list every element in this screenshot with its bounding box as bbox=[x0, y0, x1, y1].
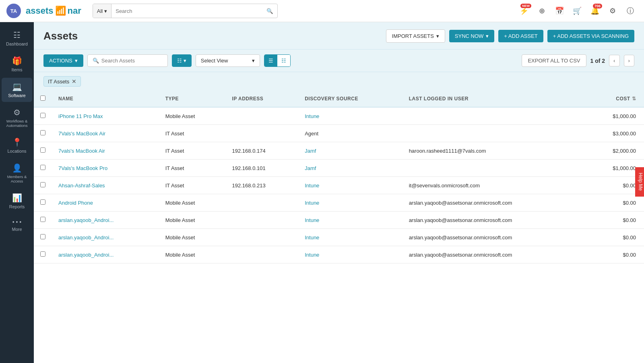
sidebar-item-reports[interactable]: 📊 Reports bbox=[2, 189, 32, 213]
chevron-down-icon: ▾ bbox=[75, 58, 78, 64]
calendar-button[interactable]: 📅 bbox=[552, 4, 567, 18]
row-checkbox[interactable] bbox=[40, 199, 45, 205]
row-checkbox-cell bbox=[34, 107, 52, 125]
sidebar-label-software: Software bbox=[8, 93, 25, 98]
sync-now-button[interactable]: SYNC NOW ▾ bbox=[449, 30, 495, 42]
sidebar-item-items[interactable]: 🎁 Items bbox=[2, 52, 32, 76]
row-checkbox[interactable] bbox=[40, 182, 45, 187]
row-checkbox[interactable] bbox=[40, 234, 45, 239]
filter-button[interactable]: ☷ ▾ bbox=[172, 54, 192, 67]
asset-discovery-cell: Intune bbox=[298, 229, 402, 246]
topnav: TA assets 📶 nar All ▾ 🔍 ⚡ NEW ⊕ 📅 🛒 🔔 70… bbox=[0, 0, 644, 22]
next-page-button[interactable]: › bbox=[624, 55, 634, 66]
prev-page-button[interactable]: ‹ bbox=[609, 55, 619, 66]
asset-ip-cell bbox=[226, 194, 299, 212]
sidebar-item-workflows[interactable]: ⚙ Workflows & Automations bbox=[2, 104, 32, 132]
logo-icon: 📶 bbox=[55, 6, 66, 16]
asset-name-link[interactable]: 7Vals's MacBook Pro bbox=[58, 165, 107, 171]
help-button[interactable]: ⓘ bbox=[623, 4, 638, 18]
sidebar-item-members[interactable]: 👤 Members & Access bbox=[2, 159, 32, 187]
discovery-source-link[interactable]: Agent bbox=[305, 131, 318, 137]
help-me-tab[interactable]: Help Me bbox=[636, 167, 644, 196]
discovery-source-link[interactable]: Jamf bbox=[305, 148, 316, 154]
bell-button[interactable]: 🔔 706 bbox=[588, 4, 602, 18]
row-checkbox[interactable] bbox=[40, 251, 45, 257]
asset-name-link[interactable]: arslan.yaqoob_Androi... bbox=[58, 217, 114, 223]
asset-cost-cell: $2,000.00 bbox=[585, 142, 644, 160]
discovery-source-link[interactable]: Intune bbox=[305, 183, 319, 189]
grid-view-button[interactable]: ☷ bbox=[277, 55, 290, 66]
cart-button[interactable]: 🛒 bbox=[570, 4, 584, 18]
avatar[interactable]: TA bbox=[6, 4, 21, 18]
items-icon: 🎁 bbox=[12, 56, 22, 66]
asset-name-cell: Ahsan-Ashraf-Sales bbox=[52, 177, 159, 194]
assets-table-container: NAME TYPE IP ADDRESS DISCOVERY SOURCE LA… bbox=[34, 91, 644, 363]
settings-button[interactable]: ⚙ bbox=[605, 4, 620, 18]
sidebar-label-dashboard: Dashboard bbox=[6, 41, 28, 46]
asset-name-link[interactable]: arslan.yaqoob_Androi... bbox=[58, 252, 114, 258]
reports-icon: 📊 bbox=[12, 193, 22, 203]
row-checkbox[interactable] bbox=[40, 130, 45, 135]
header-action-buttons: IMPORT ASSETS ▾ SYNC NOW ▾ + ADD ASSET +… bbox=[386, 29, 634, 43]
main-layout: ☷ Dashboard 🎁 Items 💻 Software ⚙ Workflo… bbox=[0, 22, 644, 363]
asset-name-link[interactable]: Android Phone bbox=[58, 200, 93, 206]
asset-name-link[interactable]: 7vals's MacBook Air bbox=[58, 148, 105, 154]
toolbar-right: EXPORT ALL TO CSV 1 of 2 ‹ › bbox=[522, 54, 634, 67]
discovery-source-link[interactable]: Intune bbox=[305, 252, 319, 258]
asset-name-cell: iPhone 11 Pro Max bbox=[52, 107, 159, 125]
add-circle-button[interactable]: ⊕ bbox=[535, 4, 549, 18]
filter-icon: ☷ bbox=[177, 58, 182, 64]
workflows-icon: ⚙ bbox=[13, 108, 21, 117]
remove-filter-tag-button[interactable]: ✕ bbox=[72, 78, 76, 85]
global-search-button[interactable]: 🔍 bbox=[262, 8, 277, 14]
asset-type-cell: Mobile Asset bbox=[159, 246, 226, 263]
dashboard-icon: ☷ bbox=[13, 30, 21, 40]
asset-name-link[interactable]: 7Vals's MacBook Air bbox=[58, 131, 105, 137]
row-checkbox[interactable] bbox=[40, 147, 45, 153]
assets-table-body: iPhone 11 Pro Max Mobile Asset Intune $1… bbox=[34, 107, 644, 263]
row-checkbox[interactable] bbox=[40, 217, 45, 222]
asset-name-link[interactable]: Ahsan-Ashraf-Sales bbox=[58, 183, 105, 189]
row-checkbox[interactable] bbox=[40, 165, 45, 170]
lightning-button[interactable]: ⚡ NEW bbox=[517, 4, 531, 18]
sidebar-item-software[interactable]: 💻 Software bbox=[2, 78, 32, 102]
row-checkbox-cell bbox=[34, 125, 52, 142]
search-assets-box: 🔍 bbox=[87, 54, 168, 67]
sidebar-item-dashboard[interactable]: ☷ Dashboard bbox=[2, 26, 32, 50]
row-checkbox-cell bbox=[34, 229, 52, 246]
pagination-info: 1 of 2 bbox=[590, 58, 605, 64]
discovery-source-link[interactable]: Intune bbox=[305, 217, 319, 223]
table-row: 7Vals's MacBook Pro IT Asset 192.168.0.1… bbox=[34, 160, 644, 177]
add-assets-via-scanning-button[interactable]: + ADD ASSETS VIA SCANNING bbox=[547, 30, 634, 42]
row-checkbox[interactable] bbox=[40, 113, 45, 118]
import-assets-button[interactable]: IMPORT ASSETS ▾ bbox=[386, 29, 445, 43]
sidebar-item-locations[interactable]: 📍 Locations bbox=[2, 133, 32, 158]
select-all-header bbox=[34, 91, 52, 107]
sidebar-label-more: More bbox=[12, 227, 22, 232]
add-asset-button[interactable]: + ADD ASSET bbox=[498, 30, 543, 42]
search-assets-input[interactable] bbox=[101, 58, 169, 64]
list-view-button[interactable]: ☰ bbox=[264, 55, 277, 66]
discovery-source-link[interactable]: Jamf bbox=[305, 165, 316, 171]
select-view-dropdown[interactable]: Select View ▾ bbox=[196, 54, 260, 67]
page-title: Assets bbox=[43, 30, 78, 42]
table-row: arslan.yaqoob_Androi... Mobile Asset Int… bbox=[34, 212, 644, 229]
col-header-cost: COST ⇅ bbox=[585, 91, 644, 107]
table-row: 7vals's MacBook Air IT Asset 192.168.0.1… bbox=[34, 142, 644, 160]
discovery-source-link[interactable]: Intune bbox=[305, 113, 319, 119]
search-type-dropdown[interactable]: All ▾ bbox=[93, 4, 111, 18]
export-csv-button[interactable]: EXPORT ALL TO CSV bbox=[522, 54, 586, 67]
global-search-input[interactable] bbox=[111, 4, 262, 18]
asset-ip-cell bbox=[226, 107, 299, 125]
asset-user-cell: arslan.yaqoob@assetsonar.onmicrosoft.com bbox=[402, 212, 585, 229]
asset-cost-cell: $0.00 bbox=[585, 194, 644, 212]
asset-name-link[interactable]: iPhone 11 Pro Max bbox=[58, 113, 103, 119]
select-all-checkbox[interactable] bbox=[40, 95, 45, 101]
actions-dropdown-button[interactable]: ACTIONS ▾ bbox=[43, 54, 83, 67]
discovery-source-link[interactable]: Intune bbox=[305, 234, 319, 241]
sidebar-item-more[interactable]: • • • More bbox=[2, 215, 32, 236]
discovery-source-link[interactable]: Intune bbox=[305, 200, 319, 206]
asset-name-link[interactable]: arslan.yaqoob_Androi... bbox=[58, 234, 114, 241]
cost-settings-icon[interactable]: ⇅ bbox=[632, 96, 636, 102]
asset-discovery-cell: Intune bbox=[298, 246, 402, 263]
